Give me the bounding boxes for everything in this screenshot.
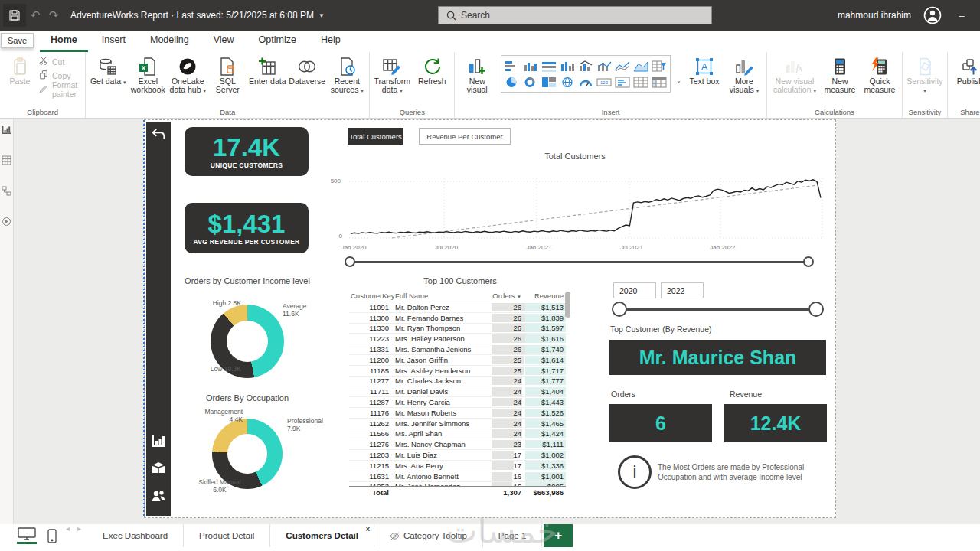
table-row[interactable]: 11091 Mr. Dalton Perez 26 $1,513: [349, 302, 566, 313]
table-row[interactable]: 11330 Mr. Ryan Thompson 26 $1,597: [349, 324, 566, 334]
toggle-revenue-per-customer[interactable]: Revenue Per Customer: [419, 128, 511, 145]
recent-sources-button[interactable]: Recent sources ▾: [328, 54, 366, 95]
save-icon[interactable]: [3, 4, 26, 27]
more-visuals-button[interactable]: More visuals ▾: [725, 54, 763, 95]
table-header[interactable]: CustomerKey Full Name Orders ▼ Revenue: [349, 289, 566, 302]
table-row[interactable]: 11176 Mr. Mason Roberts 24 $1,526: [349, 408, 566, 419]
clustered-column-visual-icon[interactable]: [521, 58, 540, 73]
page-tab-exec-dashboard[interactable]: Exec Dashboard: [87, 524, 184, 547]
table-row[interactable]: 11277 Mr. Charles Jackson 24 $1,777: [349, 377, 566, 387]
ribbon-tab-help[interactable]: Help: [310, 31, 351, 52]
model-view-icon[interactable]: [2, 185, 11, 199]
gallery-expand-icon[interactable]: ⌄: [674, 77, 684, 84]
donut-occupation-chart[interactable]: Professional7.9KSkilled Manual6.0KManage…: [160, 405, 336, 506]
ribbon-tab-home[interactable]: Home: [40, 31, 88, 52]
table-row[interactable]: 11262 Mrs. Jennifer Simmons 24 $1,465: [349, 419, 566, 429]
back-arrow-icon[interactable]: [150, 126, 167, 146]
date-slider-handle-right[interactable]: [803, 256, 814, 267]
kpi-avg-revenue[interactable]: $1,431 AVG REVENUE PER CUSTOMER: [185, 203, 309, 253]
table-row[interactable]: 11185 Mrs. Ashley Henderson 25 $1,717: [349, 366, 566, 377]
page-tab-category-tooltip[interactable]: Category Tooltip: [374, 524, 483, 547]
dataverse-button[interactable]: Dataverse: [288, 54, 326, 86]
table-row[interactable]: 11631 Mr. Antonio Bennett 16 $1,001: [349, 471, 566, 482]
page-tab-product-detail[interactable]: Product Detail: [184, 524, 270, 547]
new-measure-button[interactable]: New measure: [821, 54, 859, 94]
ribbon-tab-optimize[interactable]: Optimize: [248, 31, 307, 52]
table-row[interactable]: 11566 Ms. April Shan 24 $1,424: [349, 429, 566, 440]
kpi-unique-customers[interactable]: 17.4K UNIQUE CUSTOMERS: [185, 127, 309, 176]
desktop-layout-icon[interactable]: [17, 527, 37, 544]
donut-visual-icon[interactable]: [521, 74, 540, 90]
ribbon-tab-modeling[interactable]: Modeling: [139, 31, 200, 52]
bar-100-visual-icon[interactable]: [540, 58, 558, 73]
line-chart[interactable]: [349, 174, 824, 247]
top-customer-card[interactable]: Mr. Maurice Shan: [609, 340, 826, 375]
map-globe-visual-icon[interactable]: [558, 74, 577, 90]
quick-measure-button[interactable]: Quick measure: [861, 54, 899, 94]
pie-visual-icon[interactable]: [503, 74, 521, 90]
revenue-card[interactable]: 12.4K: [724, 404, 827, 442]
page-tab-page-1[interactable]: Page 1: [483, 524, 542, 547]
year-slider-handle-right[interactable]: [808, 302, 824, 317]
table-row[interactable]: 11331 Mrs. Samantha Jenkins 26 $1,740: [349, 344, 566, 355]
prev-page-arrow[interactable]: ◂: [66, 524, 70, 547]
report-view-icon[interactable]: [2, 124, 11, 138]
table-row[interactable]: 11200 Mr. Jason Griffin 25 $1,614: [349, 355, 566, 366]
mobile-layout-icon[interactable]: [47, 529, 57, 543]
data-view-icon[interactable]: [2, 155, 11, 168]
undo-icon[interactable]: ↶: [26, 8, 44, 22]
search-input[interactable]: Search: [438, 6, 712, 24]
transform-data-button[interactable]: Transform data ▾: [373, 54, 411, 95]
toggle-total-customers[interactable]: Total Customers: [348, 128, 403, 145]
paste-button[interactable]: Paste: [3, 54, 37, 86]
matrix-visual-icon[interactable]: [650, 74, 668, 90]
year-slider-handle-left[interactable]: [612, 302, 627, 317]
stacked-bar-visual-icon[interactable]: [503, 58, 521, 73]
sql-server-button[interactable]: SQL Server: [208, 54, 247, 94]
report-title[interactable]: AdventureWorks Report · Last saved: 5/21…: [70, 10, 314, 21]
redo-icon[interactable]: ↷: [44, 8, 63, 22]
table-row[interactable]: 11300 Mr. Fernando Barnes 26 $1,839: [349, 313, 566, 324]
get-data-button[interactable]: Get data ▾: [89, 54, 127, 86]
funnel-table-visual-icon[interactable]: [650, 58, 668, 73]
table-row[interactable]: 11287 Mr. Henry Garcia 24 $1,443: [349, 397, 566, 408]
ribbon-tab-insert[interactable]: Insert: [91, 31, 136, 52]
table-row[interactable]: 11215 Mrs. Ana Perry 17 $1,336: [349, 461, 566, 471]
page-tab-customers-detail[interactable]: Customers Detailx: [270, 524, 374, 547]
format-painter-button[interactable]: Format painter: [38, 83, 82, 96]
table-row[interactable]: 11711 Mr. Daniel Davis 24 $1,404: [349, 386, 566, 397]
new-page-button[interactable]: +: [544, 524, 573, 547]
new-visual-calculation-button[interactable]: fxNew visual calculation ▾: [770, 54, 819, 95]
gauge-visual-icon[interactable]: [577, 74, 595, 90]
table-visual-icon[interactable]: [632, 74, 650, 90]
close-tab-icon[interactable]: x: [366, 525, 370, 533]
line-visual-icon[interactable]: [613, 58, 632, 73]
onelake-data-hub-button[interactable]: OneLake data hub ▾: [168, 54, 207, 95]
title-caret-icon[interactable]: ▼: [318, 12, 325, 19]
dax-query-view-icon[interactable]: [2, 216, 11, 230]
text-box-button[interactable]: AText box: [685, 54, 724, 86]
table-row[interactable]: 11276 Mrs. Nancy Chapman 23 $1,111: [349, 439, 566, 450]
date-slider-handle-left[interactable]: [345, 256, 355, 267]
user-name[interactable]: mahmoud ibrahim: [838, 10, 911, 21]
year-from-input[interactable]: 2020: [613, 282, 656, 298]
column-line-visual-icon[interactable]: [595, 58, 613, 73]
refresh-button[interactable]: Refresh: [413, 54, 451, 86]
table-row[interactable]: 11203 Mr. Luis Diaz 17 $1,002: [349, 450, 566, 461]
excel-workbook-button[interactable]: XExcel workbook: [129, 54, 167, 94]
minimize-button[interactable]: –: [954, 10, 969, 21]
year-to-input[interactable]: 2022: [661, 282, 704, 298]
table-scrollbar[interactable]: [565, 292, 570, 318]
ribbon-tab-view[interactable]: View: [203, 31, 245, 52]
publish-button[interactable]: Publish: [951, 54, 980, 86]
column-analyze-visual-icon[interactable]: [577, 58, 595, 73]
report-canvas[interactable]: 17.4K UNIQUE CUSTOMERS $1,431 AVG REVENU…: [144, 119, 836, 518]
card-123-visual-icon[interactable]: 123: [595, 74, 613, 90]
top-customers-table[interactable]: CustomerKey Full Name Orders ▼ Revenue 1…: [349, 289, 566, 497]
area-visual-icon[interactable]: [632, 58, 650, 73]
table-row[interactable]: 11223 Mrs. Hailey Patterson 26 $1,616: [349, 334, 566, 344]
column-visual-icon[interactable]: [558, 58, 577, 73]
treemap-visual-icon[interactable]: [540, 74, 558, 90]
kpi-list-visual-icon[interactable]: [613, 74, 632, 90]
date-slider-track[interactable]: [350, 261, 809, 263]
